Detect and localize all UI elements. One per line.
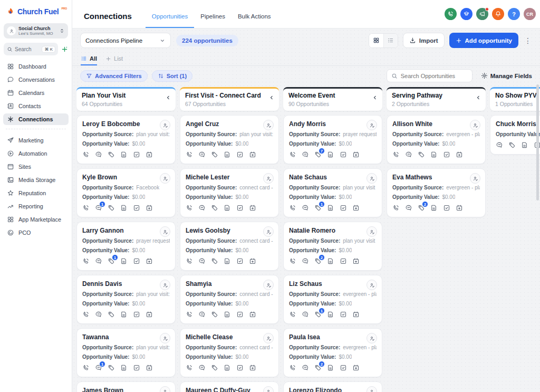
chat-icon[interactable] xyxy=(198,311,206,318)
calendar-icon[interactable] xyxy=(352,311,360,318)
phone-icon[interactable] xyxy=(82,364,90,371)
sidebar-item-pco[interactable]: PCO xyxy=(3,227,69,238)
tab-bulk-actions[interactable]: Bulk Actions xyxy=(232,0,277,28)
help-button[interactable]: ? xyxy=(508,8,520,20)
manage-fields-button[interactable]: Manage Fields xyxy=(481,72,532,79)
note-icon[interactable] xyxy=(327,311,334,318)
chat-icon[interactable] xyxy=(95,257,102,265)
tag-icon[interactable] xyxy=(108,364,115,371)
note-icon[interactable] xyxy=(120,204,128,212)
opportunity-card[interactable]: Lorenzo ElizondoOpportunity Source:everg… xyxy=(283,381,382,392)
chat-icon[interactable] xyxy=(405,151,412,158)
note-icon[interactable] xyxy=(327,204,334,212)
phone-icon[interactable] xyxy=(82,257,90,265)
calendar-icon[interactable] xyxy=(146,364,153,371)
phone-icon[interactable] xyxy=(186,204,193,212)
tag-icon[interactable] xyxy=(108,151,115,158)
chat-icon[interactable] xyxy=(302,364,309,371)
phone-icon[interactable] xyxy=(186,364,193,371)
opportunity-card[interactable]: Lewis GoolsbyOpportunity Source:connect … xyxy=(180,222,279,271)
opportunity-card[interactable]: Eva MathewsOpportunity Source:evergreen … xyxy=(387,168,486,217)
note-icon[interactable] xyxy=(120,257,128,265)
phone-icon[interactable] xyxy=(289,311,296,318)
task-icon[interactable] xyxy=(443,204,450,212)
tag-icon[interactable]: 2 xyxy=(314,364,322,371)
assign-owner-button[interactable] xyxy=(367,120,377,130)
opportunity-card[interactable]: Michelle CleaseOpportunity Source:connec… xyxy=(180,328,279,377)
tab-pipelines[interactable]: Pipelines xyxy=(194,0,232,28)
chat-icon[interactable]: 1 xyxy=(95,204,102,212)
megaphone-button[interactable] xyxy=(476,8,488,20)
sidebar-item-app-marketplace[interactable]: App Marketplace xyxy=(3,214,69,225)
chat-icon[interactable] xyxy=(302,151,309,158)
task-icon[interactable] xyxy=(133,204,140,212)
tag-icon[interactable]: 2 xyxy=(314,257,322,265)
sidebar-item-reputation[interactable]: Reputation xyxy=(3,187,69,199)
tab-add-list[interactable]: List xyxy=(105,55,123,65)
opportunity-card[interactable]: Dennis DavisOpportunity Source:plan your… xyxy=(76,275,176,324)
avatar-button[interactable]: CR xyxy=(524,8,536,20)
opportunity-card[interactable]: Maureen C Duffy-GuyOpportunity Source:co… xyxy=(180,381,279,392)
assign-owner-button[interactable] xyxy=(367,333,377,343)
phone-icon[interactable] xyxy=(82,204,90,212)
task-icon[interactable] xyxy=(340,364,347,371)
task-icon[interactable] xyxy=(340,257,347,265)
vertical-scrollbar-thumb[interactable] xyxy=(536,84,539,200)
chat-icon[interactable] xyxy=(302,204,309,212)
import-button[interactable]: Import xyxy=(403,33,445,48)
sidebar-item-conversations[interactable]: Conversations xyxy=(3,74,69,85)
assign-owner-button[interactable] xyxy=(160,333,170,343)
note-icon[interactable] xyxy=(120,364,128,371)
tag-icon[interactable] xyxy=(211,364,218,371)
sidebar-item-sites[interactable]: Sites xyxy=(3,161,69,173)
phone-icon[interactable] xyxy=(392,151,400,158)
more-options-button[interactable]: ⋮ xyxy=(523,36,533,45)
opportunity-card[interactable]: TawannaOpportunity Source:plan your visi… xyxy=(76,328,176,377)
chat-icon[interactable] xyxy=(198,204,206,212)
task-icon[interactable] xyxy=(133,311,140,318)
add-opportunity-button[interactable]: Add opportunity xyxy=(449,33,518,48)
tag-icon[interactable]: 1 xyxy=(108,257,115,265)
calendar-icon[interactable] xyxy=(352,204,360,212)
opportunity-card[interactable]: Angel CruzOpportunity Source:plan your v… xyxy=(180,115,279,164)
tag-icon[interactable] xyxy=(108,204,115,212)
list-view-button[interactable] xyxy=(383,34,398,47)
sidebar-item-connections[interactable]: Connections xyxy=(3,113,69,125)
assign-owner-button[interactable] xyxy=(470,120,480,130)
chat-icon[interactable] xyxy=(95,311,102,318)
phone-icon[interactable] xyxy=(82,151,90,158)
task-icon[interactable] xyxy=(340,311,347,318)
task-icon[interactable] xyxy=(133,257,140,265)
tag-icon[interactable] xyxy=(211,257,218,265)
chat-icon[interactable] xyxy=(496,141,503,149)
search-opportunities-input[interactable] xyxy=(401,73,468,79)
phone-icon[interactable] xyxy=(289,257,296,265)
tag-icon[interactable] xyxy=(211,311,218,318)
collapse-column-button[interactable] xyxy=(268,94,275,101)
opportunity-card[interactable]: Andy MorrisOpportunity Source:prayer req… xyxy=(283,115,382,164)
calendar-icon[interactable] xyxy=(249,151,256,158)
opportunity-card[interactable]: Larry GannonOpportunity Source:prayer re… xyxy=(76,222,176,271)
task-icon[interactable] xyxy=(236,204,244,212)
calendar-icon[interactable] xyxy=(146,204,153,212)
opportunity-card[interactable]: Nate SchausOpportunity Source:plan your … xyxy=(283,168,382,217)
tag-icon[interactable]: 1 xyxy=(314,311,322,318)
bell-button[interactable] xyxy=(492,8,504,20)
assign-owner-button[interactable] xyxy=(160,120,170,130)
tag-icon[interactable] xyxy=(508,141,516,149)
tag-icon[interactable] xyxy=(211,204,218,212)
task-icon[interactable] xyxy=(133,364,140,371)
note-icon[interactable] xyxy=(120,151,128,158)
phone-icon[interactable] xyxy=(392,204,400,212)
task-icon[interactable] xyxy=(236,257,244,265)
note-icon[interactable] xyxy=(224,257,231,265)
phone-icon[interactable] xyxy=(289,151,296,158)
note-icon[interactable] xyxy=(430,151,438,158)
assign-owner-button[interactable] xyxy=(263,333,274,343)
calendar-icon[interactable] xyxy=(249,311,256,318)
sidebar-item-reporting[interactable]: Reporting xyxy=(3,200,69,212)
sidebar-item-dashboard[interactable]: Dashboard xyxy=(3,61,69,72)
phone-icon[interactable] xyxy=(82,311,90,318)
sidebar-search[interactable]: Search ⌘ K xyxy=(4,43,58,55)
sidebar-item-calendars[interactable]: Calendars xyxy=(3,87,69,99)
